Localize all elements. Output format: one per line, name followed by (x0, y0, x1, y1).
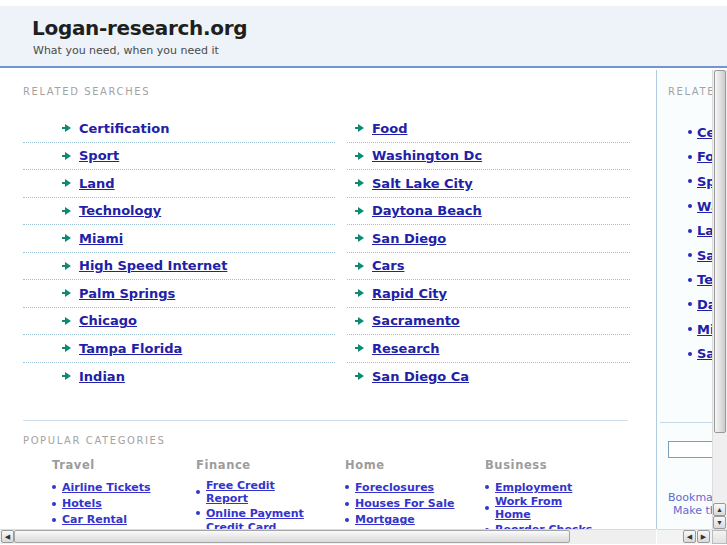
category-column: FinanceFree Credit ReportOnline PaymentC… (196, 458, 345, 529)
category-link[interactable]: Hotels (62, 497, 102, 510)
category-link[interactable]: Free Credit Report (206, 479, 312, 505)
bullet-dot-icon (345, 485, 349, 489)
arrow-bullet-icon (355, 317, 365, 325)
related-search-link[interactable]: Technology (79, 203, 161, 218)
related-search-link[interactable]: Land (79, 176, 115, 191)
category-link-row: Airline Tickets (52, 479, 196, 495)
category-link[interactable]: Online Payment (206, 507, 304, 520)
related-search-row: Rapid City (347, 280, 630, 308)
bullet-dot-icon (196, 490, 200, 494)
scrollbar-corner (712, 530, 727, 544)
popular-categories-grid: TravelAirline TicketsHotelsCar RentalFli… (52, 458, 645, 529)
sidebar-related-row: Sport (688, 169, 712, 194)
related-search-link[interactable]: Daytona Beach (372, 203, 482, 218)
related-search-link[interactable]: San Diego (372, 231, 446, 246)
related-search-link[interactable]: Sacramento (372, 313, 460, 328)
horizontal-scrollbar-thumb[interactable] (14, 530, 570, 543)
arrow-bullet-icon (62, 289, 72, 297)
arrow-bullet-icon (355, 372, 365, 380)
related-search-link[interactable]: Rapid City (372, 286, 447, 301)
category-link-row: Online Payment (196, 505, 345, 521)
sidebar-related-link[interactable]: San Diego (697, 346, 712, 361)
sidebar-related-link[interactable]: Sport (697, 174, 712, 189)
sidebar-related-link[interactable]: Technology (697, 272, 712, 287)
category-column: HomeForeclosuresHouses For SaleMortgageP… (345, 458, 485, 529)
category-link-list: Free Credit ReportOnline PaymentCredit C… (196, 479, 345, 529)
sidebar-related-row: Food (688, 145, 712, 170)
section-divider (23, 420, 628, 421)
arrow-bullet-icon (355, 124, 365, 132)
arrow-bullet-icon (355, 262, 365, 270)
category-link[interactable]: Houses For Sale (355, 497, 454, 510)
sidebar-related-link[interactable]: Certification (697, 125, 712, 140)
arrow-bullet-icon (62, 262, 72, 270)
category-link[interactable]: Car Rental (62, 513, 127, 526)
main-content-frame: RELATED SEARCHES CertificationFoodSportW… (0, 70, 656, 529)
related-searches-heading: RELATED SEARCHES (23, 86, 150, 97)
sidebar-related-row: San Diego (688, 341, 712, 366)
sidebar-related-row: Land (688, 218, 712, 243)
related-search-link[interactable]: Certification (79, 121, 169, 136)
bullet-dot-icon (688, 327, 692, 331)
sidebar-scroll-right-icon[interactable]: ▶ (697, 530, 710, 543)
category-link-list: Airline TicketsHotelsCar RentalFlights (52, 479, 196, 529)
scroll-up-icon[interactable]: ▲ (713, 503, 726, 516)
category-link-row: Employment (485, 479, 645, 495)
category-link[interactable]: Work From Home (495, 495, 601, 521)
related-search-link[interactable]: Indian (79, 369, 125, 384)
category-link[interactable]: Airline Tickets (62, 481, 150, 494)
category-link-row: Car Rental (52, 512, 196, 528)
sidebar-related-link[interactable]: Miami (697, 322, 712, 337)
category-link-row: Free Credit Report (196, 479, 345, 505)
sidebar-related-link[interactable]: Salt Lake City (697, 248, 712, 263)
related-search-row: Food (347, 115, 630, 143)
related-search-link[interactable]: Chicago (79, 313, 137, 328)
bullet-dot-icon (345, 518, 349, 522)
related-search-link[interactable]: San Diego Ca (372, 369, 469, 384)
related-search-link[interactable]: Salt Lake City (372, 176, 473, 191)
category-link-row: Credit Card Application (196, 521, 345, 529)
related-search-link[interactable]: Washington Dc (372, 148, 482, 163)
make-homepage-link[interactable]: Make thi (673, 504, 712, 517)
related-search-link[interactable]: Food (372, 121, 408, 136)
bullet-dot-icon (345, 502, 349, 506)
sidebar-related-link[interactable]: Food (697, 149, 712, 164)
arrow-bullet-icon (355, 344, 365, 352)
sidebar-related-link[interactable]: Land (697, 223, 712, 238)
related-search-link[interactable]: Palm Springs (79, 286, 175, 301)
related-search-link[interactable]: High Speed Internet (79, 258, 227, 273)
related-search-link[interactable]: Tampa Florida (79, 341, 182, 356)
related-search-row: Miami (23, 225, 335, 253)
related-search-link[interactable]: Sport (79, 148, 119, 163)
vertical-scrollbar[interactable] (712, 70, 727, 529)
arrow-bullet-icon (62, 234, 72, 242)
bullet-dot-icon (52, 518, 56, 522)
related-search-link[interactable]: Miami (79, 231, 123, 246)
related-search-link[interactable]: Research (372, 341, 440, 356)
category-link[interactable]: Mortgage (355, 513, 415, 526)
sidebar-scroll-left-icon[interactable]: ◀ (683, 530, 696, 543)
category-link[interactable]: Credit Card Application (206, 521, 312, 529)
category-link-row: Mortgage (345, 512, 485, 528)
sidebar-related-link[interactable]: Daytona Beach (697, 297, 712, 312)
sidebar-related-list: CertificationFoodSportWashington DcLandS… (688, 120, 712, 366)
scroll-down-icon[interactable]: ▼ (713, 516, 726, 529)
related-search-row: San Diego (347, 225, 630, 253)
vertical-scrollbar-thumb[interactable] (714, 70, 726, 433)
arrow-bullet-icon (62, 207, 72, 215)
category-link[interactable]: Foreclosures (355, 481, 434, 494)
category-title: Travel (52, 458, 196, 472)
bullet-dot-icon (196, 511, 200, 515)
bookmark-link[interactable]: Bookmark (668, 491, 712, 504)
related-search-link[interactable]: Cars (372, 258, 404, 273)
scroll-left-icon[interactable]: ◀ (1, 530, 14, 543)
bullet-dot-icon (688, 130, 692, 134)
page-tagline: What you need, when you need it (33, 44, 219, 57)
category-column: BusinessEmploymentWork From HomeReorder … (485, 458, 645, 529)
category-link[interactable]: Employment (495, 481, 572, 494)
search-input[interactable] (668, 441, 712, 458)
category-title: Finance (196, 458, 345, 472)
sidebar-related-link[interactable]: Washington Dc (697, 199, 712, 214)
bullet-dot-icon (688, 179, 692, 183)
arrow-bullet-icon (62, 372, 72, 380)
